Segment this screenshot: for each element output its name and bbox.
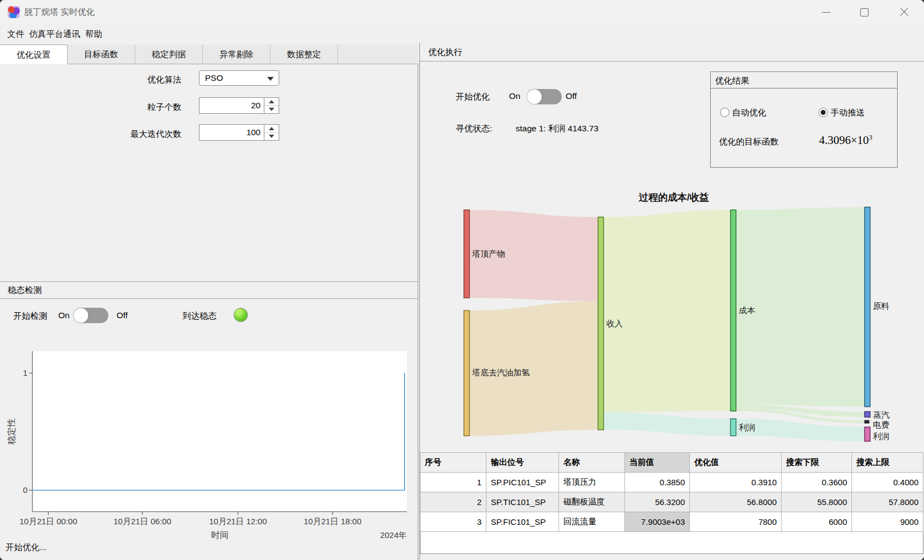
spinner-down-icon[interactable]: [264, 132, 279, 140]
steady-status-lamp: [234, 308, 248, 322]
chevron-down-icon: [267, 77, 274, 81]
tab-optimization-settings[interactable]: 优化设置: [0, 45, 68, 64]
cell-optimized-value[interactable]: 0.3910: [690, 473, 782, 492]
close-icon: [899, 7, 909, 17]
cell-name[interactable]: 磁翻板温度: [559, 492, 625, 512]
x-tick-3: 10月21日 18:00: [303, 517, 361, 526]
cell-search-lower[interactable]: 55.8000: [782, 492, 852, 512]
steady-reached-label: 到达稳态: [182, 311, 217, 322]
result-box: 优化结果 自动优化 手动推送 优化的目标函数 4.3096×103: [710, 71, 898, 168]
cell-tag[interactable]: SP.TIC101_SP: [486, 492, 559, 512]
cell-tag[interactable]: SP.PIC101_SP: [486, 473, 559, 492]
node-steam: [865, 412, 870, 417]
tab-stability-criterion[interactable]: 稳定判据: [135, 45, 203, 64]
cell-search-lower[interactable]: 6000: [782, 512, 852, 532]
flow-income-to-cost: [604, 210, 731, 412]
cell-search-upper[interactable]: 9000: [852, 512, 923, 532]
cell-current-value[interactable]: 56.3200: [625, 492, 690, 512]
window-title: 脱丁烷塔 实时优化: [24, 7, 95, 18]
spinner-buttons: [264, 125, 279, 140]
optimization-off-label: Off: [566, 91, 577, 101]
max-iterations-spinner[interactable]: 100: [199, 124, 279, 141]
sankey-label-feedstock: 原料: [873, 301, 889, 311]
cell-search-upper[interactable]: 57.8000: [852, 492, 923, 512]
cell-index[interactable]: 2: [420, 492, 486, 512]
tab-data-tuning[interactable]: 数据整定: [270, 45, 338, 64]
optimization-toggle[interactable]: [527, 89, 562, 104]
col-header-optimized-value[interactable]: 优化值: [690, 453, 782, 473]
optimization-table[interactable]: 序号 输出位号 名称 当前值 优化值 搜索下限 搜索上限 1 SP.PIC101…: [420, 452, 923, 554]
cell-current-value[interactable]: 0.3850: [625, 473, 690, 492]
app-icon: [8, 6, 20, 18]
spinner-down-icon[interactable]: [264, 106, 279, 113]
x-tick-0: 10月21日 00:00: [19, 517, 77, 526]
divider: [0, 298, 418, 299]
algorithm-value: PSO: [200, 73, 223, 83]
auto-optimize-radio[interactable]: [720, 108, 729, 117]
y-tick-1: 1: [23, 368, 27, 378]
maximize-icon: [860, 8, 868, 16]
x-axis-year-label: 2024年: [380, 530, 407, 540]
plot-area: [32, 351, 407, 512]
spinner-up-icon[interactable]: [264, 125, 279, 133]
spinner-up-icon[interactable]: [264, 98, 279, 106]
col-header-tag[interactable]: 输出位号: [486, 453, 559, 473]
x-axis-label: 时间: [211, 530, 229, 540]
cell-search-lower[interactable]: 0.3600: [782, 473, 852, 492]
node-bottoms-to-hydro: [464, 311, 469, 436]
toggle-knob: [527, 89, 542, 104]
table-header-row: 序号 输出位号 名称 当前值 优化值 搜索下限 搜索上限: [420, 453, 923, 473]
cell-search-upper[interactable]: 0.4000: [852, 473, 923, 492]
sankey-label-electricity: 电费: [873, 420, 889, 429]
cell-name[interactable]: 回流流量: [559, 512, 625, 532]
app-window: 脱丁烷塔 实时优化 文件 仿真平台通讯 帮助 优化设置 目标函数 稳定判据 异常…: [0, 0, 924, 560]
manual-push-label: 手动推送: [831, 107, 865, 119]
cell-name[interactable]: 塔顶压力: [559, 473, 625, 492]
detection-toggle[interactable]: [73, 308, 108, 323]
cell-optimized-value[interactable]: 56.8000: [690, 492, 782, 512]
particle-count-value: 20: [251, 101, 261, 110]
col-header-current-value[interactable]: 当前值: [625, 453, 690, 473]
x-tick-1: 10月21日 06:00: [113, 517, 171, 526]
menu-help[interactable]: 帮助: [85, 29, 102, 40]
right-panel: 优化执行 开始优化 On Off 寻优状态: stage 1: 利润 4143.…: [419, 43, 924, 560]
tab-outlier-removal[interactable]: 异常剔除: [203, 45, 270, 64]
menu-bar: 文件 仿真平台通讯 帮助: [0, 24, 418, 45]
tab-objective-function[interactable]: 目标函数: [68, 45, 135, 64]
start-optimization-label: 开始优化: [456, 91, 490, 103]
cell-index[interactable]: 1: [420, 473, 486, 492]
steady-panel-title: 稳态检测: [8, 285, 42, 296]
cell-optimized-value[interactable]: 7800: [690, 512, 782, 532]
result-box-title: 优化结果: [715, 75, 749, 87]
search-status-value: stage 1: 利润 4143.73: [516, 123, 599, 135]
minimize-icon: [822, 12, 831, 13]
node-feedstock: [865, 207, 870, 407]
close-button[interactable]: [888, 0, 920, 24]
detection-on-label: On: [58, 311, 70, 320]
particle-count-spinner[interactable]: 20: [199, 97, 279, 114]
table-row[interactable]: 3 SP.FIC101_SP 回流流量 7.9003e+03 7800 6000…: [420, 512, 923, 532]
col-header-search-upper[interactable]: 搜索上限: [852, 453, 923, 473]
algorithm-label: 优化算法: [82, 74, 181, 86]
menu-file[interactable]: 文件: [7, 29, 24, 40]
search-status-label: 寻优状态:: [456, 123, 492, 135]
table-row[interactable]: 1 SP.PIC101_SP 塔顶压力 0.3850 0.3910 0.3600…: [420, 473, 923, 492]
table-row[interactable]: 2 SP.TIC101_SP 磁翻板温度 56.3200 56.8000 55.…: [420, 492, 923, 512]
sankey-label-bottoms: 塔底去汽油加氢: [472, 368, 530, 377]
node-top-product: [464, 210, 469, 298]
col-header-index[interactable]: 序号: [420, 453, 486, 473]
algorithm-dropdown[interactable]: PSO: [199, 70, 279, 86]
cell-index[interactable]: 3: [420, 512, 486, 532]
cell-current-value[interactable]: 7.9003e+03: [625, 512, 690, 532]
sankey-label-profit-out: 利润: [873, 431, 889, 441]
col-header-name[interactable]: 名称: [559, 453, 625, 473]
cell-tag[interactable]: SP.FIC101_SP: [486, 512, 559, 532]
menu-sim-platform-comm[interactable]: 仿真平台通讯: [29, 29, 80, 40]
minimize-button[interactable]: [810, 0, 842, 24]
maximize-button[interactable]: [848, 0, 880, 24]
toggle-knob: [73, 308, 88, 323]
sankey-label-top-product: 塔顶产物: [472, 249, 505, 258]
sankey-label-cost: 成本: [739, 306, 755, 315]
col-header-search-lower[interactable]: 搜索下限: [782, 453, 852, 473]
manual-push-radio[interactable]: [818, 108, 828, 117]
